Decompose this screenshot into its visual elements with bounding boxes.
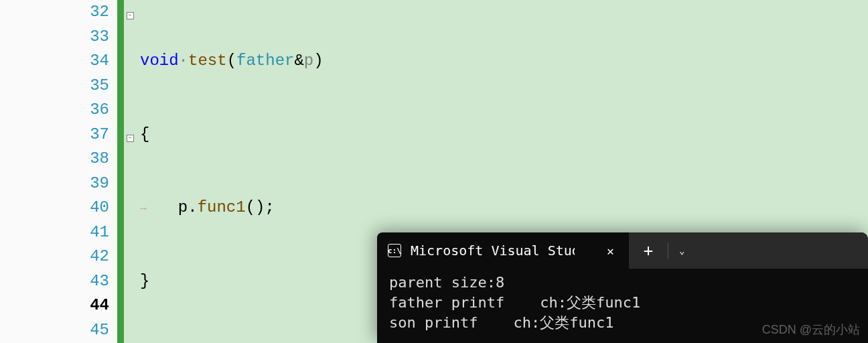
code-line[interactable]: { xyxy=(140,123,868,147)
line-number: 40 xyxy=(0,196,109,220)
line-number: 33 xyxy=(0,25,109,50)
line-number: 39 xyxy=(0,172,109,196)
terminal-tab[interactable]: c:\ Microsoft Visual Studio 调 ✕ xyxy=(377,232,629,269)
line-number: 32 xyxy=(0,0,109,25)
terminal-app-icon: c:\ xyxy=(388,244,401,257)
fold-gutter: - - xyxy=(124,0,136,343)
line-number: 36 xyxy=(0,98,109,123)
line-number: 37 xyxy=(0,123,109,147)
line-number: 35 xyxy=(0,74,109,98)
line-number: 38 xyxy=(0,147,109,172)
whitespace-arrow-icon: → xyxy=(140,197,159,222)
terminal-titlebar[interactable]: c:\ Microsoft Visual Studio 调 ✕ + ⌄ xyxy=(377,232,868,269)
line-number: 45 xyxy=(0,318,109,343)
terminal-tabbar-right: + ⌄ xyxy=(629,232,868,269)
fold-toggle-icon[interactable]: - xyxy=(127,135,134,142)
new-tab-button[interactable]: + xyxy=(629,241,668,260)
line-number-gutter: 32 33 34 35 36 37 38 39 40 41 42 43 44 4… xyxy=(0,0,117,343)
code-line[interactable]: → p.func1(); xyxy=(140,196,868,220)
watermark: CSDN @云的小站 xyxy=(762,322,860,338)
terminal-tab-title: Microsoft Visual Studio 调 xyxy=(411,242,575,260)
line-number: 34 xyxy=(0,49,109,74)
line-number: 42 xyxy=(0,245,109,269)
line-number: 41 xyxy=(0,220,109,245)
line-number: 43 xyxy=(0,269,109,294)
code-line[interactable]: void·test(father&p) xyxy=(140,49,868,74)
close-tab-icon[interactable]: ✕ xyxy=(584,244,621,258)
tab-dropdown-icon[interactable]: ⌄ xyxy=(668,245,695,256)
fold-toggle-icon[interactable]: - xyxy=(127,12,134,19)
changed-lines-indicator xyxy=(117,0,124,343)
line-number-current: 44 xyxy=(0,293,109,318)
